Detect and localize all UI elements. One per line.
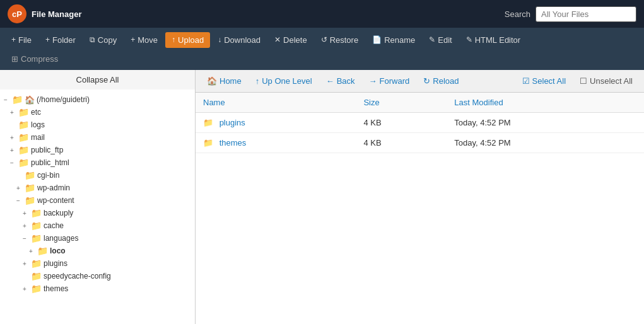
- tree-item-wpcontent-plugins[interactable]: + 📁 plugins: [19, 257, 195, 270]
- tree-label-loco: loco: [50, 246, 66, 255]
- select-all-button[interactable]: ☑ Select All: [516, 74, 572, 88]
- tree-label-languages: languages: [44, 234, 78, 243]
- folder-icon-wpcontent-themes: 📁: [31, 284, 42, 294]
- file-table: Name Size Last Modified 📁 plugins 4 KB T…: [196, 93, 644, 324]
- move-icon: +: [131, 35, 135, 44]
- download-btn-label: Download: [224, 35, 261, 45]
- tree-item-logs[interactable]: 📁 logs: [6, 119, 195, 131]
- tree-item-public-html[interactable]: − 📁 public_html: [6, 156, 195, 169]
- unselect-all-label: Unselect All: [590, 76, 633, 86]
- rename-icon: 📄: [372, 35, 382, 44]
- forward-button[interactable]: → Forward: [363, 74, 416, 88]
- table-row[interactable]: 📁 themes 4 KB Today, 4:52 PM: [196, 133, 644, 153]
- html-editor-btn-label: HTML Editor: [475, 35, 520, 45]
- right-panel: 🏠 Home ↑ Up One Level ← Back → Forward ↻…: [196, 70, 644, 324]
- compress-button[interactable]: ⊞ Compress: [5, 52, 64, 66]
- tree-item-root[interactable]: − 📁 🏠 (/home/guidetri): [0, 93, 195, 106]
- home-nav-button[interactable]: 🏠 Home: [201, 74, 248, 88]
- nav-bar: 🏠 Home ↑ Up One Level ← Back → Forward ↻…: [196, 70, 644, 93]
- folder-icon-root: 📁: [12, 95, 23, 105]
- folder-icon-wp-content: 📁: [25, 195, 35, 205]
- file-size-cell: 4 KB: [356, 113, 447, 133]
- tree-item-languages[interactable]: − 📁 languages: [19, 232, 195, 245]
- upload-button[interactable]: ↑ Upload: [165, 32, 210, 48]
- html-editor-button[interactable]: ✎ HTML Editor: [460, 32, 527, 48]
- delete-icon: ✕: [274, 35, 281, 44]
- file-name-link[interactable]: plugins: [220, 118, 245, 127]
- select-all-icon: ☑: [522, 76, 530, 86]
- copy-button[interactable]: ⧉ Copy: [83, 32, 123, 48]
- tree-item-wp-admin[interactable]: + 📁 wp-admin: [13, 182, 195, 194]
- unselect-all-button[interactable]: ☐ Unselect All: [573, 74, 639, 88]
- tree-item-speedycache[interactable]: 📁 speedycache-config: [19, 270, 195, 282]
- expand-icon-wp-content: −: [16, 197, 23, 204]
- download-button[interactable]: ↓ Download: [211, 32, 267, 48]
- edit-btn-label: Edit: [438, 35, 452, 45]
- download-icon: ↓: [218, 35, 221, 44]
- tree-label-speedycache: speedycache-config: [44, 272, 111, 281]
- back-button[interactable]: ← Back: [320, 74, 361, 88]
- folder-icon-loco: 📁: [37, 246, 48, 256]
- delete-btn-label: Delete: [283, 35, 307, 45]
- expand-icon-cache: +: [23, 223, 29, 229]
- tree-item-wpcontent-themes[interactable]: + 📁 themes: [19, 282, 195, 295]
- select-all-label: Select All: [532, 76, 566, 86]
- folder-icon-wpcontent-plugins: 📁: [31, 258, 42, 269]
- up-one-level-label: Up One Level: [262, 76, 312, 86]
- html-editor-icon: ✎: [466, 35, 472, 44]
- expand-icon-public-ftp: +: [10, 147, 16, 154]
- copy-icon: ⧉: [90, 35, 95, 44]
- col-size[interactable]: Size: [356, 93, 447, 113]
- file-modified-cell: Today, 4:52 PM: [447, 133, 644, 153]
- tree-label-cache: cache: [44, 221, 64, 230]
- reload-button[interactable]: ↻ Reload: [417, 74, 465, 88]
- file-tree: − 📁 🏠 (/home/guidetri) + 📁 etc 📁 logs + …: [0, 90, 195, 324]
- search-input[interactable]: [536, 6, 636, 22]
- rename-button[interactable]: 📄 Rename: [366, 32, 421, 48]
- expand-icon-public-html: −: [10, 159, 16, 166]
- file-btn-label: File: [18, 35, 32, 45]
- folder-icon-mail: 📁: [18, 132, 29, 142]
- col-name[interactable]: Name: [196, 93, 356, 113]
- folder-icon-backuply: 📁: [31, 208, 42, 218]
- tree-item-etc[interactable]: + 📁 etc: [6, 106, 195, 119]
- folder-icon-logs: 📁: [18, 120, 29, 130]
- compress-label: Compress: [21, 54, 58, 64]
- edit-button[interactable]: ✎ Edit: [423, 32, 458, 48]
- copy-btn-label: Copy: [98, 35, 117, 45]
- table-row[interactable]: 📁 plugins 4 KB Today, 4:52 PM: [196, 113, 644, 133]
- expand-icon-wpcontent-plugins: +: [23, 260, 29, 267]
- tree-label-wp-content: wp-content: [37, 196, 74, 205]
- file-size-cell: 4 KB: [356, 133, 447, 153]
- new-file-button[interactable]: + File: [5, 32, 38, 48]
- home-icon: 🏠: [25, 95, 35, 105]
- tree-item-cache[interactable]: + 📁 cache: [19, 219, 195, 232]
- tree-item-public-ftp[interactable]: + 📁 public_ftp: [6, 144, 195, 156]
- new-folder-button[interactable]: + Folder: [39, 32, 82, 48]
- tree-item-wp-content[interactable]: − 📁 wp-content: [13, 194, 195, 207]
- main-content: Collapse All − 📁 🏠 (/home/guidetri) + 📁 …: [0, 70, 644, 324]
- folder-icon-public-html: 📁: [18, 158, 29, 168]
- app-logo: cP File Manager: [8, 4, 81, 23]
- expand-icon-wpcontent-themes: +: [23, 286, 29, 292]
- move-button[interactable]: + Move: [124, 32, 164, 48]
- restore-button[interactable]: ↺ Restore: [315, 32, 365, 48]
- folder-icon-languages: 📁: [31, 233, 42, 243]
- col-modified[interactable]: Last Modified: [447, 93, 644, 113]
- rename-btn-label: Rename: [384, 35, 415, 45]
- file-name-link[interactable]: themes: [220, 138, 247, 148]
- edit-icon: ✎: [429, 35, 435, 44]
- tree-item-backuply[interactable]: + 📁 backuply: [19, 207, 195, 219]
- tree-item-loco[interactable]: + 📁 loco: [25, 245, 195, 257]
- toolbar2: ⊞ Compress: [0, 52, 644, 70]
- file-name-cell: 📁 themes: [196, 133, 356, 153]
- collapse-all-button[interactable]: Collapse All: [0, 70, 195, 90]
- tree-item-cgi-bin[interactable]: 📁 cgi-bin: [13, 169, 195, 182]
- tree-item-mail[interactable]: + 📁 mail: [6, 131, 195, 144]
- delete-button[interactable]: ✕ Delete: [268, 32, 313, 48]
- search-label: Search: [505, 9, 530, 19]
- upload-icon: ↑: [172, 35, 175, 44]
- folder-row-icon: 📁: [203, 138, 213, 148]
- folder-icon-wp-admin: 📁: [25, 183, 35, 193]
- up-one-level-button[interactable]: ↑ Up One Level: [249, 74, 319, 88]
